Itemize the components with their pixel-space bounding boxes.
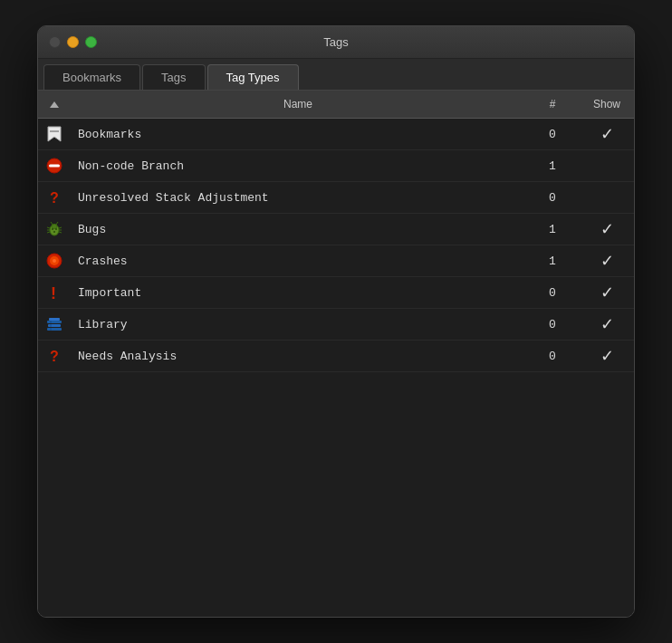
row-count-non-code-branch: 1 — [525, 154, 580, 178]
checkmark-crashes: ✓ — [600, 252, 614, 270]
svg-line-12 — [47, 227, 50, 228]
svg-rect-25 — [49, 318, 60, 321]
row-show-needs-analysis: ✓ — [580, 341, 634, 371]
table-row[interactable]: ? Unresolved Stack Adjustment 0 — [38, 182, 634, 214]
row-name-crashes: Crashes — [71, 249, 525, 274]
svg-line-15 — [59, 227, 62, 228]
svg-line-17 — [59, 232, 62, 233]
svg-text:?: ? — [50, 190, 59, 206]
svg-line-10 — [51, 222, 53, 225]
row-show-important: ✓ — [580, 277, 634, 308]
no-entry-icon — [38, 150, 71, 181]
svg-point-6 — [52, 225, 57, 229]
sort-arrow-icon — [50, 101, 59, 108]
window-controls — [49, 36, 97, 48]
table-row[interactable]: ! Important 0 ✓ — [38, 277, 634, 309]
titlebar: Tags — [38, 26, 634, 59]
row-name-bookmarks: Bookmarks — [71, 122, 525, 147]
name-column-header[interactable]: Name — [71, 91, 525, 118]
row-name-bugs: Bugs — [71, 217, 525, 242]
row-count-important: 0 — [525, 281, 580, 305]
svg-marker-0 — [48, 127, 61, 141]
checkmark-needs-analysis: ✓ — [600, 347, 614, 365]
svg-rect-22 — [47, 328, 62, 331]
bug-icon — [38, 214, 71, 245]
svg-point-7 — [52, 228, 53, 230]
table-row[interactable]: ? Needs Analysis 0 ✓ — [38, 341, 634, 372]
tab-bookmarks[interactable]: Bookmarks — [43, 64, 140, 90]
svg-point-9 — [53, 231, 55, 233]
checkmark-bugs: ✓ — [600, 220, 614, 238]
svg-text:?: ? — [50, 349, 59, 364]
row-show-library: ✓ — [580, 309, 634, 340]
svg-rect-3 — [49, 165, 60, 168]
window-title: Tags — [323, 35, 348, 49]
svg-point-8 — [55, 228, 57, 230]
library-icon — [38, 309, 71, 340]
row-count-bookmarks: 0 — [525, 122, 580, 147]
svg-line-11 — [56, 222, 58, 225]
row-count-crashes: 1 — [525, 249, 580, 274]
empty-area — [38, 372, 634, 617]
row-count-needs-analysis: 0 — [525, 344, 580, 369]
table-row[interactable]: Library 0 ✓ — [38, 309, 634, 341]
row-name-unresolved: Unresolved Stack Adjustment — [71, 186, 525, 210]
close-button[interactable] — [49, 36, 61, 48]
question-red-icon: ? — [38, 182, 71, 213]
table-content: Name # Show Bookmarks 0 ✓ — [38, 90, 634, 617]
table-row[interactable]: Bookmarks 0 ✓ — [38, 119, 634, 150]
row-show-bugs: ✓ — [580, 214, 634, 245]
row-count-unresolved: 0 — [525, 186, 580, 210]
row-name-needs-analysis: Needs Analysis — [71, 344, 525, 369]
table-header: Name # Show — [38, 91, 634, 119]
row-count-library: 0 — [525, 312, 580, 337]
main-window: Tags Bookmarks Tags Tag Types Name # Sho… — [37, 25, 635, 618]
row-count-bugs: 1 — [525, 217, 580, 242]
count-column-header[interactable]: # — [525, 91, 580, 118]
table-row[interactable]: Non-code Branch 1 — [38, 150, 634, 182]
svg-text:!: ! — [51, 284, 56, 302]
row-show-non-code-branch — [580, 160, 634, 171]
checkmark-bookmarks: ✓ — [600, 125, 614, 143]
needs-analysis-icon: ? — [38, 341, 71, 371]
sort-column-header[interactable] — [38, 91, 71, 118]
svg-line-14 — [47, 232, 50, 233]
tab-tag-types[interactable]: Tag Types — [207, 64, 299, 90]
row-name-library: Library — [71, 312, 525, 337]
checkmark-important: ✓ — [600, 283, 614, 302]
svg-point-20 — [53, 259, 56, 263]
tab-bar: Bookmarks Tags Tag Types — [38, 59, 634, 90]
important-icon: ! — [38, 277, 71, 308]
minimize-button[interactable] — [67, 36, 79, 48]
row-show-crashes: ✓ — [580, 245, 634, 276]
table-row[interactable]: Crashes 1 ✓ — [38, 245, 634, 277]
svg-rect-24 — [47, 321, 62, 323]
tab-tags[interactable]: Tags — [142, 64, 205, 90]
bookmark-icon — [38, 119, 71, 149]
row-name-important: Important — [71, 281, 525, 305]
table-row[interactable]: Bugs 1 ✓ — [38, 214, 634, 245]
show-column-header[interactable]: Show — [580, 91, 634, 118]
svg-rect-23 — [48, 324, 61, 327]
row-show-unresolved — [580, 192, 634, 203]
row-show-bookmarks: ✓ — [580, 119, 634, 149]
row-name-non-code-branch: Non-code Branch — [71, 154, 525, 178]
crash-icon — [38, 245, 71, 276]
maximize-button[interactable] — [85, 36, 97, 48]
checkmark-library: ✓ — [600, 315, 614, 333]
